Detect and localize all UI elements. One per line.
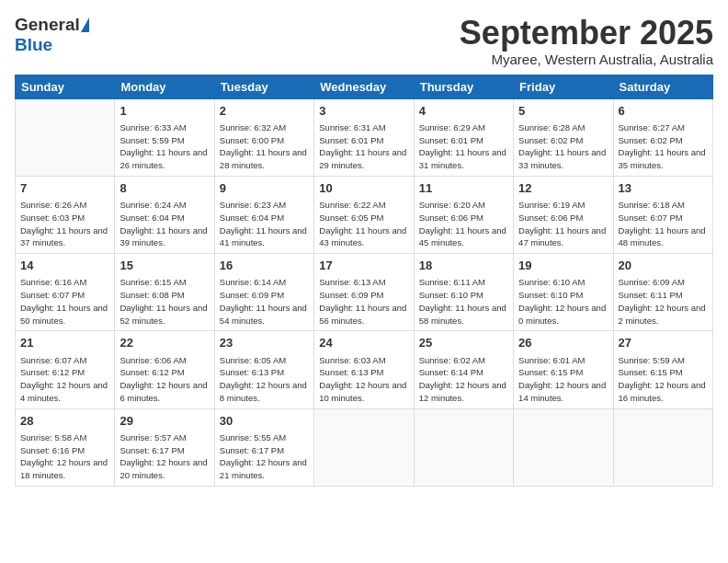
calendar-day-cell: 19Sunrise: 6:10 AMSunset: 6:10 PMDayligh… (514, 254, 613, 331)
calendar-day-cell: 4Sunrise: 6:29 AMSunset: 6:01 PMDaylight… (414, 98, 513, 176)
calendar-day-cell: 11Sunrise: 6:20 AMSunset: 6:06 PMDayligh… (414, 176, 513, 253)
calendar-day-cell: 26Sunrise: 6:01 AMSunset: 6:15 PMDayligh… (514, 331, 613, 408)
day-info: Sunrise: 6:09 AMSunset: 6:11 PMDaylight:… (619, 276, 708, 327)
weekday-header: Wednesday (314, 75, 414, 98)
day-info: Sunrise: 5:58 AMSunset: 6:16 PMDaylight:… (20, 431, 109, 482)
calendar-day-cell: 24Sunrise: 6:03 AMSunset: 6:13 PMDayligh… (314, 331, 414, 408)
title-block: September 2025 Myaree, Western Australia… (460, 15, 713, 67)
day-info: Sunrise: 6:27 AMSunset: 6:02 PMDaylight:… (619, 121, 708, 172)
day-info: Sunrise: 6:14 AMSunset: 6:09 PMDaylight:… (220, 276, 309, 327)
day-info: Sunrise: 6:19 AMSunset: 6:06 PMDaylight:… (518, 199, 608, 249)
day-number: 8 (119, 180, 209, 197)
day-number: 14 (20, 258, 109, 274)
calendar-day-cell (16, 98, 115, 176)
day-number: 1 (119, 103, 209, 120)
day-number: 4 (419, 103, 508, 120)
day-info: Sunrise: 6:29 AMSunset: 6:01 PMDaylight:… (419, 121, 508, 172)
calendar-day-cell: 25Sunrise: 6:02 AMSunset: 6:14 PMDayligh… (414, 331, 513, 408)
logo-blue: Blue (15, 35, 52, 55)
day-info: Sunrise: 6:26 AMSunset: 6:03 PMDaylight:… (20, 199, 109, 249)
day-info: Sunrise: 6:33 AMSunset: 5:59 PMDaylight:… (119, 121, 209, 172)
calendar-day-cell: 18Sunrise: 6:11 AMSunset: 6:10 PMDayligh… (414, 254, 513, 331)
month-title: September 2025 (460, 15, 713, 52)
calendar-week-row: 21Sunrise: 6:07 AMSunset: 6:12 PMDayligh… (16, 331, 713, 408)
day-number: 20 (619, 258, 708, 274)
day-number: 19 (518, 258, 608, 274)
day-info: Sunrise: 6:22 AMSunset: 6:05 PMDaylight:… (319, 199, 408, 249)
day-info: Sunrise: 6:02 AMSunset: 6:14 PMDaylight:… (419, 354, 508, 405)
weekday-header: Friday (514, 75, 613, 98)
day-info: Sunrise: 5:59 AMSunset: 6:15 PMDaylight:… (619, 354, 708, 405)
day-info: Sunrise: 5:57 AMSunset: 6:17 PMDaylight:… (119, 431, 209, 482)
calendar-day-cell: 6Sunrise: 6:27 AMSunset: 6:02 PMDaylight… (613, 98, 712, 176)
day-number: 30 (220, 413, 309, 430)
weekday-header: Tuesday (214, 75, 313, 98)
calendar-table: SundayMondayTuesdayWednesdayThursdayFrid… (15, 75, 713, 487)
day-number: 24 (319, 335, 408, 351)
day-info: Sunrise: 6:28 AMSunset: 6:02 PMDaylight:… (518, 121, 608, 172)
day-number: 16 (220, 258, 309, 274)
day-number: 12 (518, 180, 608, 197)
calendar-week-row: 7Sunrise: 6:26 AMSunset: 6:03 PMDaylight… (16, 176, 713, 253)
calendar-day-cell: 8Sunrise: 6:24 AMSunset: 6:04 PMDaylight… (115, 176, 214, 253)
calendar-day-cell: 10Sunrise: 6:22 AMSunset: 6:05 PMDayligh… (314, 176, 414, 253)
calendar-day-cell: 22Sunrise: 6:06 AMSunset: 6:12 PMDayligh… (115, 331, 214, 408)
day-number: 27 (619, 335, 708, 351)
weekday-header: Thursday (414, 75, 513, 98)
day-info: Sunrise: 6:11 AMSunset: 6:10 PMDaylight:… (419, 276, 508, 327)
calendar-header-row: SundayMondayTuesdayWednesdayThursdayFrid… (16, 75, 713, 98)
calendar-day-cell: 21Sunrise: 6:07 AMSunset: 6:12 PMDayligh… (16, 331, 115, 408)
day-info: Sunrise: 6:07 AMSunset: 6:12 PMDaylight:… (20, 354, 109, 405)
day-info: Sunrise: 6:31 AMSunset: 6:01 PMDaylight:… (319, 121, 408, 172)
calendar-day-cell (314, 408, 414, 486)
day-info: Sunrise: 5:55 AMSunset: 6:17 PMDaylight:… (220, 431, 309, 482)
calendar-day-cell: 27Sunrise: 5:59 AMSunset: 6:15 PMDayligh… (613, 331, 712, 408)
day-number: 25 (419, 335, 508, 351)
calendar-day-cell: 15Sunrise: 6:15 AMSunset: 6:08 PMDayligh… (115, 254, 214, 331)
day-number: 13 (619, 180, 708, 197)
day-number: 3 (319, 103, 408, 120)
calendar-day-cell (514, 408, 613, 486)
calendar-day-cell: 14Sunrise: 6:16 AMSunset: 6:07 PMDayligh… (16, 254, 115, 331)
day-info: Sunrise: 6:18 AMSunset: 6:07 PMDaylight:… (619, 199, 708, 249)
calendar-day-cell: 16Sunrise: 6:14 AMSunset: 6:09 PMDayligh… (214, 254, 313, 331)
day-number: 21 (20, 335, 109, 351)
location-title: Myaree, Western Australia, Australia (460, 52, 713, 67)
calendar-day-cell: 17Sunrise: 6:13 AMSunset: 6:09 PMDayligh… (314, 254, 414, 331)
calendar-day-cell: 2Sunrise: 6:32 AMSunset: 6:00 PMDaylight… (214, 98, 313, 176)
calendar-day-cell: 23Sunrise: 6:05 AMSunset: 6:13 PMDayligh… (214, 331, 313, 408)
calendar-day-cell: 28Sunrise: 5:58 AMSunset: 6:16 PMDayligh… (16, 408, 115, 486)
day-number: 18 (419, 258, 508, 274)
day-info: Sunrise: 6:16 AMSunset: 6:07 PMDaylight:… (20, 276, 109, 327)
calendar-day-cell (613, 408, 712, 486)
calendar-week-row: 1Sunrise: 6:33 AMSunset: 5:59 PMDaylight… (16, 98, 713, 176)
day-info: Sunrise: 6:13 AMSunset: 6:09 PMDaylight:… (319, 276, 408, 327)
day-info: Sunrise: 6:15 AMSunset: 6:08 PMDaylight:… (119, 276, 209, 327)
day-info: Sunrise: 6:32 AMSunset: 6:00 PMDaylight:… (220, 121, 309, 172)
day-number: 2 (220, 103, 309, 120)
logo: General Blue (15, 15, 89, 55)
day-number: 11 (419, 180, 508, 197)
calendar-day-cell: 3Sunrise: 6:31 AMSunset: 6:01 PMDaylight… (314, 98, 414, 176)
calendar-day-cell: 20Sunrise: 6:09 AMSunset: 6:11 PMDayligh… (613, 254, 712, 331)
day-number: 29 (119, 413, 209, 430)
calendar-day-cell: 7Sunrise: 6:26 AMSunset: 6:03 PMDaylight… (16, 176, 115, 253)
day-info: Sunrise: 6:05 AMSunset: 6:13 PMDaylight:… (220, 354, 309, 405)
calendar-day-cell: 13Sunrise: 6:18 AMSunset: 6:07 PMDayligh… (613, 176, 712, 253)
calendar-day-cell: 30Sunrise: 5:55 AMSunset: 6:17 PMDayligh… (214, 408, 313, 486)
calendar-day-cell: 12Sunrise: 6:19 AMSunset: 6:06 PMDayligh… (514, 176, 613, 253)
day-number: 15 (119, 258, 209, 274)
day-number: 23 (220, 335, 309, 351)
weekday-header: Sunday (16, 75, 115, 98)
logo-general: General (15, 15, 80, 35)
calendar-day-cell: 29Sunrise: 5:57 AMSunset: 6:17 PMDayligh… (115, 408, 214, 486)
logo-triangle-icon (81, 17, 89, 32)
day-number: 17 (319, 258, 408, 274)
day-number: 7 (20, 180, 109, 197)
calendar-day-cell: 5Sunrise: 6:28 AMSunset: 6:02 PMDaylight… (514, 98, 613, 176)
day-number: 10 (319, 180, 408, 197)
day-info: Sunrise: 6:20 AMSunset: 6:06 PMDaylight:… (419, 199, 508, 249)
day-info: Sunrise: 6:10 AMSunset: 6:10 PMDaylight:… (518, 276, 608, 327)
day-number: 22 (119, 335, 209, 351)
day-number: 26 (518, 335, 608, 351)
